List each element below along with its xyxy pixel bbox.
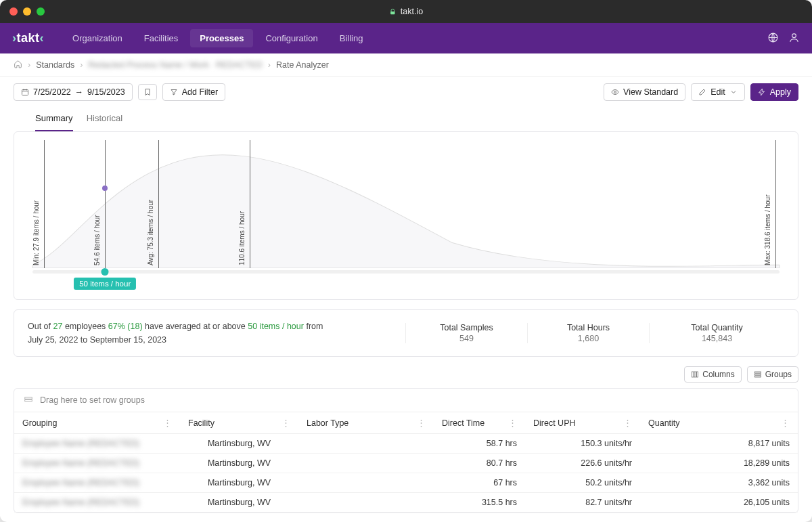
column-menu-icon[interactable]: ⋮ [508,418,517,428]
tab-summary[interactable]: Summary [35,108,73,131]
marker-3: 110.6 items / hour [250,140,250,268]
data-grid: Drag here to set row groups Grouping⋮ Fa… [14,388,798,513]
svg-rect-9 [754,374,761,375]
distribution-curve [25,140,787,268]
table-row[interactable]: Employee Name (REDACTED) Martinsburg, WV… [14,454,798,473]
chevron-down-icon [729,88,738,96]
summary-sentence: Out of 27 employees 67% (18) have averag… [28,320,405,347]
svg-rect-12 [25,399,32,401]
col-header-direct-time[interactable]: Direct Time⋮ [434,412,525,433]
svg-rect-5 [692,372,694,377]
tab-historical[interactable]: Historical [87,108,122,131]
window-controls [9,7,45,16]
stat-total-hours: Total Hours 1,680 [527,323,649,343]
column-menu-icon[interactable]: ⋮ [623,418,632,428]
browser-titlebar: takt.io [0,0,812,23]
edit-dropdown[interactable]: Edit [691,83,745,101]
home-icon[interactable] [14,60,22,70]
rate-slider-badge: 50 items / hour [74,278,136,290]
lock-icon [389,8,397,16]
selected-point [102,186,108,191]
column-menu-icon[interactable]: ⋮ [417,418,426,428]
brand-logo[interactable]: ›takt‹ [12,31,44,45]
table-row[interactable]: Employee Name (REDACTED) Martinsburg, WV… [14,493,798,513]
apply-button[interactable]: Apply [750,83,798,101]
add-filter-button[interactable]: Add Filter [162,83,226,101]
col-header-grouping[interactable]: Grouping⋮ [14,412,180,433]
url-text: takt.io [401,7,423,16]
nav-processes[interactable]: Processes [190,29,253,47]
svg-rect-6 [694,372,696,377]
table-row[interactable]: Employee Name (REDACTED) Martinsburg, WV… [14,473,798,493]
svg-rect-0 [390,12,394,14]
marker-1: 54.6 items / hour [105,140,106,268]
distribution-chart-card: Min: 27.9 items / hour 54.6 items / hour… [14,131,798,300]
main-navbar: ›takt‹ Organization Facilities Processes… [0,23,812,53]
date-range-picker[interactable]: 7/25/2022 → 9/15/2023 [14,83,133,101]
marker-avg: Avg: 75.3 items / hour [158,140,159,268]
marker-min: Min: 27.9 items / hour [44,140,45,268]
svg-rect-10 [754,376,761,377]
breadcrumb-sep-icon: › [28,60,30,70]
nav-configuration[interactable]: Configuration [256,29,327,47]
svg-rect-8 [754,372,761,373]
rate-slider-handle[interactable] [102,268,109,276]
globe-icon[interactable] [767,32,779,45]
row-group-dropzone[interactable]: Drag here to set row groups [14,389,798,412]
marker-max: Max: 318.6 items / hour [775,140,776,268]
column-menu-icon[interactable]: ⋮ [163,418,172,428]
maximize-window[interactable] [37,7,45,16]
col-header-direct-uph[interactable]: Direct UPH⋮ [525,412,640,433]
stat-total-quantity: Total Quantity 145,843 [649,323,784,343]
user-icon[interactable] [788,32,800,45]
svg-point-4 [614,91,616,93]
col-header-quantity[interactable]: Quantity⋮ [640,412,798,433]
address-bar[interactable]: takt.io [389,7,423,16]
svg-point-2 [792,33,796,37]
breadcrumb-sep-icon: › [80,60,83,70]
view-standard-button[interactable]: View Standard [604,83,685,101]
filter-toolbar: 7/25/2022 → 9/15/2023 Add Filter View St… [0,77,812,108]
nav-billing[interactable]: Billing [330,29,373,47]
table-controls: Columns Groups [14,366,798,383]
distribution-chart: Min: 27.9 items / hour 54.6 items / hour… [25,140,787,286]
columns-button[interactable]: Columns [684,366,741,383]
breadcrumb-sep-icon: › [268,60,271,70]
summary-stats-card: Out of 27 employees 67% (18) have averag… [14,309,798,357]
table-row[interactable]: Employee Name (REDACTED) Martinsburg, WV… [14,434,798,454]
svg-rect-3 [22,90,28,95]
bookmark-button[interactable] [138,84,157,100]
svg-rect-11 [25,397,32,399]
nav-facilities[interactable]: Facilities [135,29,188,47]
col-header-labor-type[interactable]: Labor Type⋮ [298,412,434,433]
rate-slider-track[interactable] [32,270,780,274]
col-header-facility[interactable]: Facility⋮ [180,412,298,433]
view-tabs: Summary Historical [14,108,798,131]
nav-organization[interactable]: Organization [63,29,132,47]
minimize-window[interactable] [23,7,31,16]
app-window: takt.io ›takt‹ Organization Facilities P… [0,0,812,522]
close-window[interactable] [9,7,18,16]
nav-items: Organization Facilities Processes Config… [63,29,372,47]
svg-rect-7 [697,372,698,377]
grid-header: Grouping⋮ Facility⋮ Labor Type⋮ Direct T… [14,412,798,434]
column-menu-icon[interactable]: ⋮ [281,418,290,428]
breadcrumb: › Standards › Redacted Process Name / Wo… [0,53,812,77]
breadcrumb-standards[interactable]: Standards [36,60,74,70]
stat-total-samples: Total Samples 549 [405,323,527,343]
breadcrumb-current: Rate Analyzer [276,60,329,70]
breadcrumb-redacted[interactable]: Redacted Process Name / Work · REDACTED [88,60,262,70]
column-menu-icon[interactable]: ⋮ [781,418,790,428]
groups-button[interactable]: Groups [747,366,798,383]
